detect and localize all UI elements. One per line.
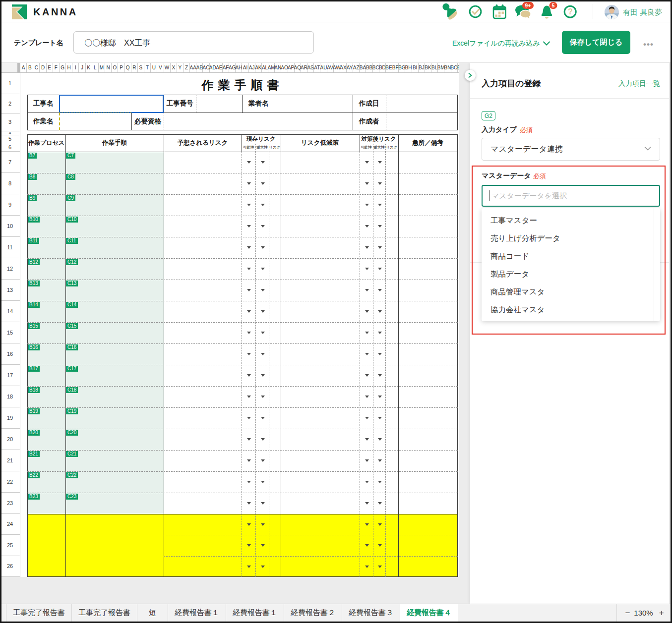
svg-text:9+: 9+ <box>525 2 531 8</box>
svg-text:?: ? <box>568 7 573 16</box>
svg-text:5: 5 <box>552 2 555 8</box>
